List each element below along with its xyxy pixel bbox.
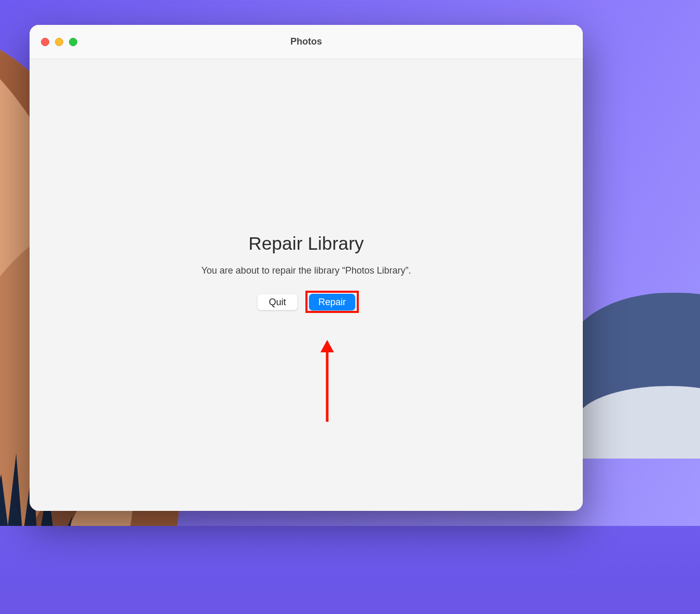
close-window-button[interactable] [41,38,49,46]
photos-window: Photos Repair Library You are about to r… [30,25,583,511]
repair-button[interactable]: Repair [309,294,355,310]
dialog-heading: Repair Library [30,233,583,254]
window-titlebar: Photos [30,25,583,59]
dialog-message: You are about to repair the library “Pho… [30,265,583,276]
window-controls [41,38,77,46]
window-content: Repair Library You are about to repair t… [30,59,583,511]
minimize-window-button[interactable] [55,38,63,46]
quit-button[interactable]: Quit [257,294,298,310]
zoom-window-button[interactable] [69,38,77,46]
window-title: Photos [30,36,583,47]
dialog-button-row: Quit Repair [30,294,583,310]
repair-library-dialog: Repair Library You are about to repair t… [30,233,583,310]
annotation-arrow [320,340,334,422]
